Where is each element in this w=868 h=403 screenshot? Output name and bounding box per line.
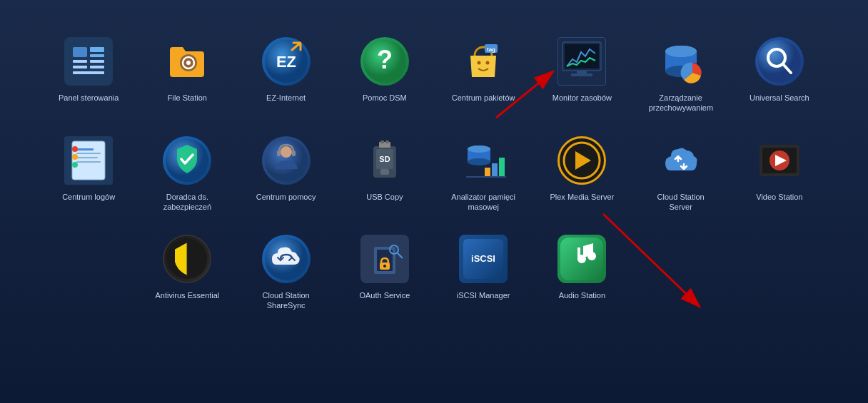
svg-rect-7 — [73, 71, 104, 74]
svg-point-10 — [186, 61, 191, 65]
svg-point-41 — [281, 146, 292, 158]
plex-media-server-icon — [556, 135, 607, 186]
app-universal-search[interactable]: Universal Search — [734, 29, 825, 121]
svg-rect-43 — [292, 151, 296, 156]
svg-point-28 — [758, 40, 801, 83]
zarzadzanie-icon — [655, 36, 707, 87]
svg-text:tag: tag — [487, 46, 495, 53]
app-cloud-station-sharesync[interactable]: Cloud Station ShareSync — [241, 226, 332, 318]
audio-station-label: Audio Station — [559, 290, 605, 300]
app-usb-copy[interactable]: SD USB Copy — [339, 128, 430, 220]
panel-sterowania-icon — [63, 36, 114, 87]
svg-point-16 — [486, 61, 490, 65]
app-centrum-pakietow[interactable]: tag Centrum pakietów — [438, 29, 529, 121]
antivirus-essential-icon — [161, 233, 213, 285]
app-panel-sterowania[interactable]: Panel sterowania — [43, 29, 134, 121]
universal-search-label: Universal Search — [750, 93, 809, 103]
svg-rect-42 — [277, 151, 281, 156]
svg-rect-21 — [577, 71, 587, 73]
svg-text:?: ? — [377, 45, 393, 74]
plex-media-server-label: Plex Media Server — [550, 192, 614, 202]
app-pomoc-dsm[interactable]: ? Pomoc DSM — [339, 29, 430, 121]
oauth-service-label: OAuth Service — [359, 290, 410, 300]
svg-rect-6 — [90, 66, 104, 68]
video-station-icon — [754, 135, 805, 186]
svg-rect-56 — [499, 158, 505, 178]
app-doradca-ds-zabezpieczen[interactable]: Doradca ds. zabezpieczeń — [141, 128, 233, 220]
svg-text:iSCSI: iSCSI — [471, 253, 495, 264]
app-monitor-zasobow[interactable]: Monitor zasobów — [536, 29, 627, 121]
svg-rect-0 — [73, 47, 87, 57]
svg-rect-46 — [380, 169, 389, 175]
app-video-station[interactable]: Video Station — [734, 128, 825, 220]
app-ez-internet[interactable]: EZ EZ-Internet — [241, 29, 332, 121]
svg-point-53 — [468, 158, 490, 165]
analizator-icon — [458, 135, 509, 186]
cloud-station-server-icon — [655, 135, 707, 186]
svg-rect-34 — [76, 157, 98, 158]
app-centrum-logow[interactable]: Centrum logów — [43, 128, 134, 220]
file-station-label: File Station — [168, 93, 207, 103]
oauth-service-icon — [359, 233, 410, 285]
pomoc-dsm-label: Pomoc DSM — [363, 93, 407, 103]
app-iscsi-manager[interactable]: iSCSI iSCSI Manager — [438, 226, 529, 318]
svg-rect-81 — [577, 248, 580, 260]
svg-rect-35 — [76, 161, 101, 163]
svg-point-36 — [72, 146, 78, 152]
cloud-station-server-label: Cloud Station Server — [649, 192, 713, 213]
panel-sterowania-label: Panel sterowania — [59, 93, 118, 103]
centrum-logow-icon — [63, 135, 114, 186]
svg-point-26 — [665, 46, 697, 57]
svg-rect-3 — [73, 60, 87, 63]
doradca-label: Doradca ds. zabezpieczeń — [155, 192, 219, 213]
antivirus-essential-label: Antivirus Essential — [155, 290, 219, 300]
svg-rect-49 — [380, 141, 384, 143]
cloud-station-sharesync-icon — [261, 233, 312, 285]
svg-rect-1 — [90, 47, 104, 52]
svg-text:SD: SD — [379, 155, 390, 163]
usb-copy-icon: SD — [359, 135, 410, 186]
iscsi-manager-label: iSCSI Manager — [457, 290, 510, 300]
pomoc-dsm-icon: ? — [359, 36, 410, 87]
monitor-zasobow-icon — [556, 36, 607, 87]
app-file-station[interactable]: File Station — [141, 29, 233, 121]
svg-rect-33 — [76, 153, 101, 154]
app-cloud-station-server[interactable]: Cloud Station Server — [635, 128, 727, 220]
app-zarzadzanie-przechowywaniem[interactable]: Zarządzanie przechowywaniem — [635, 29, 727, 121]
analizator-label: Analizator pamięci masowej — [451, 192, 515, 213]
svg-rect-58 — [466, 176, 506, 178]
svg-rect-55 — [492, 163, 498, 178]
svg-rect-5 — [73, 66, 87, 68]
app-audio-station[interactable]: Audio Station — [536, 226, 627, 318]
iscsi-manager-icon: iSCSI — [458, 233, 509, 285]
video-station-label: Video Station — [756, 192, 802, 202]
svg-rect-4 — [90, 60, 104, 63]
zarzadzanie-label: Zarządzanie przechowywaniem — [649, 93, 713, 113]
svg-rect-50 — [385, 141, 389, 143]
app-analizator-pamieci-masowej[interactable]: Analizator pamięci masowej — [438, 128, 529, 220]
cloud-station-sharesync-label: Cloud Station ShareSync — [254, 290, 318, 311]
centrum-pakietow-label: Centrum pakietów — [452, 93, 515, 103]
app-centrum-pomocy[interactable]: Centrum pomocy — [241, 128, 332, 220]
app-antivirus-essential[interactable]: Antivirus Essential — [141, 226, 233, 318]
file-station-icon — [161, 36, 213, 87]
centrum-pakietow-icon: tag — [458, 36, 509, 87]
svg-rect-31 — [72, 141, 105, 180]
ez-internet-label: EZ-Internet — [266, 93, 306, 103]
usb-copy-label: USB Copy — [366, 192, 403, 202]
app-grid: Panel sterowania File Station — [0, 0, 868, 332]
app-oauth-service[interactable]: OAuth Service — [339, 226, 430, 318]
svg-point-71 — [383, 265, 386, 267]
ez-internet-icon: EZ — [261, 36, 312, 87]
svg-rect-57 — [485, 168, 490, 178]
doradca-icon — [161, 135, 213, 186]
svg-rect-80 — [587, 245, 590, 257]
svg-rect-32 — [76, 148, 94, 151]
centrum-pomocy-icon — [261, 135, 312, 186]
centrum-logow-label: Centrum logów — [62, 192, 115, 202]
svg-point-54 — [468, 146, 490, 153]
svg-point-15 — [478, 61, 481, 65]
svg-point-37 — [72, 154, 78, 160]
audio-station-icon — [556, 233, 607, 285]
app-plex-media-server[interactable]: Plex Media Server — [536, 128, 627, 220]
